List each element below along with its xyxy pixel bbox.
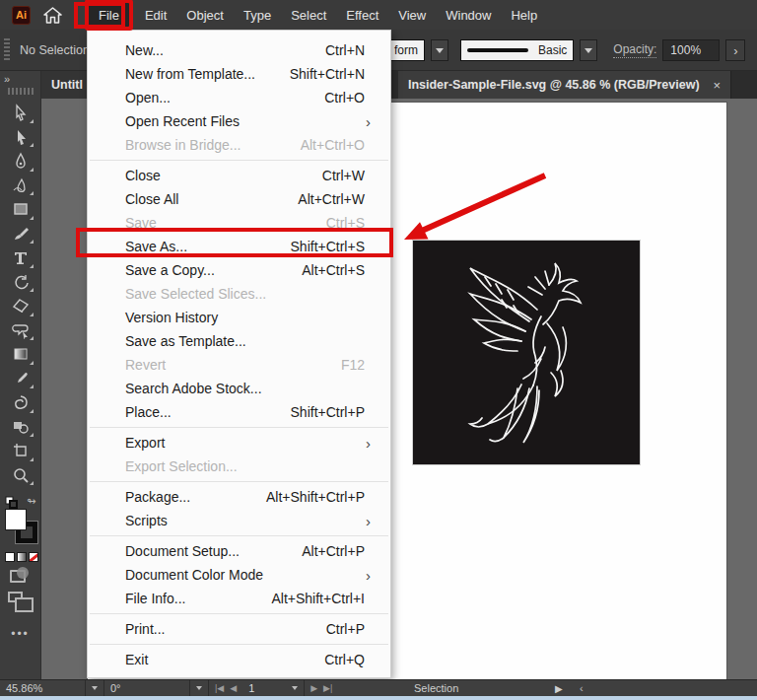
menu-item-new[interactable]: New...Ctrl+N xyxy=(88,38,390,62)
phoenix-artwork[interactable] xyxy=(413,241,640,464)
home-icon[interactable] xyxy=(43,7,62,24)
direct-selection-tool-icon[interactable] xyxy=(6,125,35,150)
illustrator-logo-icon[interactable]: Ai xyxy=(12,6,31,25)
menu-item-label: Export xyxy=(125,435,366,451)
brush-definition-field[interactable]: Basic xyxy=(460,39,574,61)
none-button[interactable] xyxy=(29,552,38,562)
brush-definition-dropdown-button[interactable] xyxy=(580,39,597,61)
opacity-options-button[interactable]: › xyxy=(725,39,745,61)
submenu-arrow-icon: › xyxy=(366,435,371,452)
draw-mode-icon[interactable] xyxy=(10,570,26,583)
screen-mode-icon[interactable] xyxy=(8,592,23,602)
document-tab-active[interactable]: Insider-Sample-File.svg @ 45.86 % (RGB/P… xyxy=(398,71,731,99)
menubar-item-window[interactable]: Window xyxy=(436,3,501,27)
menu-item-label: Revert xyxy=(125,357,341,373)
menubar-item-select[interactable]: Select xyxy=(281,3,336,27)
menu-item-shortcut: Ctrl+W xyxy=(322,168,365,183)
submenu-arrow-icon: › xyxy=(366,113,371,130)
menu-item-file-info[interactable]: File Info...Alt+Shift+Ctrl+I xyxy=(88,587,390,610)
paintbrush-tool-icon[interactable] xyxy=(6,222,35,246)
status-collapse-icon[interactable]: ‹ xyxy=(580,682,584,694)
previous-artboard-icon[interactable]: ◀ xyxy=(230,683,237,693)
menu-item-open-recent-files[interactable]: Open Recent Files› xyxy=(88,109,390,133)
menu-item-package[interactable]: Package...Alt+Shift+Ctrl+P xyxy=(88,485,390,509)
rectangle-tool-icon[interactable] xyxy=(6,197,35,222)
zoom-dropdown-icon[interactable] xyxy=(92,686,98,690)
status-play-icon[interactable]: ▶ xyxy=(555,683,563,694)
menu-separator xyxy=(90,644,388,645)
artboard-dropdown-icon[interactable] xyxy=(292,686,298,690)
next-artboard-icon[interactable]: ▶ xyxy=(310,683,317,693)
zoom-level-value: 45.86% xyxy=(6,682,42,694)
rotation-dropdown-icon[interactable] xyxy=(196,686,202,690)
zoom-tool-icon[interactable] xyxy=(6,463,35,488)
gradient-tool-icon[interactable] xyxy=(6,342,35,367)
tools-panel-grip-icon[interactable] xyxy=(8,88,34,95)
variable-width-dropdown-button[interactable] xyxy=(431,39,448,61)
menu-item-shortcut: Shift+Ctrl+S xyxy=(291,239,365,254)
rotation-field[interactable]: 0° xyxy=(104,680,189,696)
pen-tool-icon[interactable] xyxy=(6,149,35,174)
last-artboard-icon[interactable]: ▶| xyxy=(323,683,332,693)
menu-item-close-all[interactable]: Close AllAlt+Ctrl+W xyxy=(88,187,390,211)
menu-item-export[interactable]: Export› xyxy=(88,431,390,455)
menu-item-open[interactable]: Open...Ctrl+O xyxy=(88,86,390,109)
menu-item-save-a-copy[interactable]: Save a Copy...Alt+Ctrl+S xyxy=(88,258,390,282)
menubar-item-help[interactable]: Help xyxy=(501,3,547,27)
menu-item-label: Save xyxy=(125,215,326,231)
menubar-item-type[interactable]: Type xyxy=(234,3,281,27)
menu-item-label: Print... xyxy=(125,621,326,637)
gradient-button[interactable] xyxy=(17,552,27,562)
opacity-label[interactable]: Opacity: xyxy=(613,42,656,58)
shape-builder-tool-icon[interactable] xyxy=(6,415,35,440)
menu-item-document-setup[interactable]: Document Setup...Alt+Ctrl+P xyxy=(88,539,390,563)
expand-panel-icon[interactable]: » xyxy=(4,73,9,85)
eraser-tool-icon[interactable] xyxy=(6,294,35,318)
zoom-level-field[interactable]: 45.86% xyxy=(0,680,85,696)
curvature-tool-icon[interactable] xyxy=(6,174,35,198)
rotate-tool-icon[interactable] xyxy=(6,270,35,295)
swap-fill-stroke-icon[interactable]: ↬ xyxy=(27,495,35,508)
menu-item-new-from-template[interactable]: New from Template...Shift+Ctrl+N xyxy=(88,62,390,86)
menu-item-exit[interactable]: ExitCtrl+Q xyxy=(88,648,390,671)
menubar-item-view[interactable]: View xyxy=(388,3,436,27)
menu-separator xyxy=(90,535,388,536)
menu-item-save-as[interactable]: Save As...Shift+Ctrl+S xyxy=(88,235,390,258)
menu-item-shortcut: Ctrl+P xyxy=(326,621,365,637)
type-tool-icon[interactable] xyxy=(6,245,35,270)
color-button[interactable] xyxy=(5,552,15,562)
menubar-item-edit[interactable]: Edit xyxy=(135,3,176,27)
menu-item-save-selected-slices: Save Selected Slices... xyxy=(88,282,390,306)
menu-item-close[interactable]: CloseCtrl+W xyxy=(88,164,390,187)
menubar-item-object[interactable]: Object xyxy=(176,3,234,27)
menu-item-document-color-mode[interactable]: Document Color Mode› xyxy=(88,563,390,587)
shaper-tool-icon[interactable] xyxy=(6,318,35,343)
close-tab-icon[interactable]: × xyxy=(714,78,722,93)
variable-width-profile-field[interactable]: form xyxy=(387,39,425,61)
fill-color-swatch[interactable] xyxy=(5,509,27,530)
twirl-tool-icon[interactable] xyxy=(6,390,35,415)
selection-tool-icon[interactable] xyxy=(6,101,35,125)
document-tab-untitled[interactable]: Untitl xyxy=(41,71,94,99)
menu-item-print[interactable]: Print...Ctrl+P xyxy=(88,617,390,641)
menubar-item-effect[interactable]: Effect xyxy=(336,3,388,27)
menu-item-label: Save a Copy... xyxy=(125,262,302,278)
menu-item-version-history[interactable]: Version History xyxy=(88,306,390,329)
menubar-item-file[interactable]: File xyxy=(89,3,129,27)
menu-item-place[interactable]: Place...Shift+Ctrl+P xyxy=(88,400,390,424)
artboard-number-field[interactable]: 1 xyxy=(242,680,286,696)
window-bottom-edge xyxy=(0,696,757,700)
panel-grip-icon[interactable] xyxy=(4,38,10,62)
eyedropper-tool-icon[interactable] xyxy=(6,367,35,391)
menu-item-scripts[interactable]: Scripts› xyxy=(88,509,390,532)
menu-item-label: New... xyxy=(125,42,325,58)
artboard-tool-icon[interactable] xyxy=(6,439,35,463)
menu-bar: Ai FileEditObjectTypeSelectEffectViewWin… xyxy=(0,0,757,30)
first-artboard-icon[interactable]: |◀ xyxy=(215,683,224,693)
opacity-input[interactable]: 100% xyxy=(662,39,720,61)
submenu-arrow-icon: › xyxy=(366,567,371,584)
menu-item-search-adobe-stock[interactable]: Search Adobe Stock... xyxy=(88,377,390,400)
menu-item-save-as-template[interactable]: Save as Template... xyxy=(88,329,390,353)
document-tab-label: Untitl xyxy=(51,78,83,92)
edit-toolbar-icon[interactable]: ••• xyxy=(11,627,30,641)
